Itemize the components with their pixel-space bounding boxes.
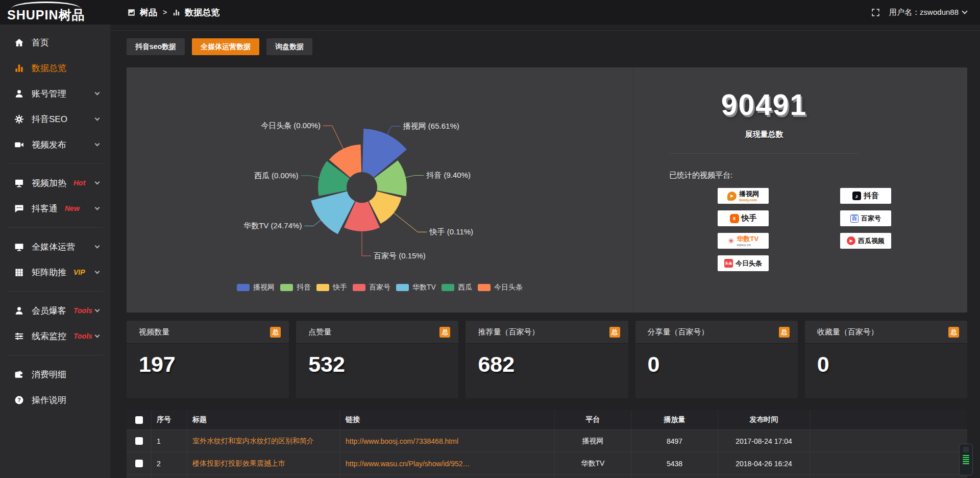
total-badge[interactable]: 总 <box>948 327 959 338</box>
tools-badge: Tools <box>74 306 92 315</box>
column-header-link: 链接 <box>340 410 554 429</box>
breadcrumb-separator: > <box>163 8 167 16</box>
stat-card-title: 点赞量 <box>308 327 331 337</box>
platform-badge-toutiao: 头条 今日头条 <box>718 255 769 271</box>
stat-card-title: 视频数量 <box>139 327 169 337</box>
chevron-down-icon <box>95 141 100 147</box>
legend-item[interactable]: 播视网 <box>237 283 275 292</box>
pie-label-line <box>301 176 321 178</box>
video-title-link[interactable]: 楼体投影灯投影效果震撼上市 <box>187 452 340 474</box>
tab-inquiry-data[interactable]: 询盘数据 <box>266 38 312 55</box>
pie-label-line <box>387 126 401 136</box>
legend-item[interactable]: 华数TV <box>396 283 436 292</box>
tab-omnimedia-data[interactable]: 全媒体运营数据 <box>192 38 259 55</box>
breadcrumb: 树品 > 数据总览 <box>128 7 219 18</box>
sidebar-item-label: 全媒体运营 <box>32 241 75 253</box>
sidebar-item-help[interactable]: ? 操作说明 <box>0 392 110 408</box>
chevron-down-icon <box>95 90 100 95</box>
sidebar-item-label: 视频加热 <box>32 177 66 189</box>
breadcrumb-current[interactable]: 数据总览 <box>185 7 219 18</box>
main-content: 抖音seo数据 全媒体运营数据 询盘数据 播视网 (65.61%)抖音 (9.4… <box>110 25 980 478</box>
total-badge[interactable]: 总 <box>609 327 620 338</box>
sidebar-item-douyin-seo[interactable]: 抖音SEO <box>0 111 110 127</box>
total-badge[interactable]: 总 <box>270 327 281 338</box>
select-all-checkbox[interactable] <box>135 416 143 424</box>
column-header-title: 标题 <box>187 410 340 429</box>
row-checkbox[interactable] <box>135 437 143 445</box>
legend-item[interactable]: 百家号 <box>353 283 390 292</box>
stat-card-favorites: 收藏量（百家号）总 0 <box>805 321 967 398</box>
stat-card-title: 推荐量（百家号） <box>478 327 539 337</box>
user-menu[interactable]: 用户名：zswodun88 <box>889 8 967 17</box>
svg-text:?: ? <box>17 397 21 403</box>
sidebar-item-member-burst[interactable]: 会员爆客 Tools <box>0 303 110 318</box>
table-row: 2 楼体投影灯投影效果震撼上市 http://www.wasu.cn/Play/… <box>127 452 967 474</box>
platform-badge-douyin: ♪ 抖音 <box>840 188 891 204</box>
pie-label-line <box>362 230 371 256</box>
video-url-link[interactable]: http://www.wasu.cn/Play/show/id/952… <box>340 452 554 474</box>
sidebar-item-spending-detail[interactable]: 消费明细 <box>0 367 110 382</box>
legend-swatch <box>316 284 329 291</box>
legend-item[interactable]: 西瓜 <box>442 283 472 292</box>
stat-card-value: 682 <box>465 344 628 377</box>
row-platform: 华数TV <box>554 452 631 474</box>
member-icon <box>14 306 24 316</box>
floating-scroll-widget[interactable] <box>959 444 973 475</box>
sidebar-item-omnimedia[interactable]: 全媒体运营 <box>0 239 110 254</box>
data-tabs: 抖音seo数据 全媒体运营数据 询盘数据 <box>127 38 312 55</box>
pie-label-line <box>404 175 424 178</box>
platform-name: 今日头条 <box>736 259 762 268</box>
legend-item[interactable]: 抖音 <box>280 283 311 292</box>
table-header-row: 序号 标题 链接 平台 播放量 发布时间 <box>127 410 967 429</box>
stat-cards: 视频数量总 197 点赞量总 532 推荐量（百家号）总 682 分享量（百家号… <box>127 321 967 398</box>
sidebar-item-label: 数据总览 <box>32 62 66 74</box>
xigua-logo-icon: ▶ <box>847 236 855 245</box>
sidebar-item-video-heating[interactable]: 视频加热 Hot <box>0 175 110 190</box>
sidebar-item-doketong[interactable]: 抖客通 New <box>0 201 110 216</box>
sidebar-divider <box>7 355 103 355</box>
chevron-down-icon <box>95 307 100 313</box>
sidebar: 首页 数据总览 账号管理 抖音SEO 视频发布 <box>0 25 110 478</box>
sidebar-item-clue-monitor[interactable]: 线索监控 Tools <box>0 328 110 344</box>
sidebar-item-video-publish[interactable]: 视频发布 <box>0 137 110 152</box>
sidebar-item-accounts[interactable]: 账号管理 <box>0 86 110 101</box>
help-icon: ? <box>14 395 24 405</box>
platform-name: 快手 <box>742 213 757 223</box>
sidebar-item-label: 矩阵助推 <box>32 267 66 278</box>
platform-badge-xigua: ▶ 西瓜视频 <box>840 233 891 249</box>
column-header-platform: 平台 <box>554 410 631 429</box>
video-url-link[interactable]: http://www.boosj.com/7338468.html <box>340 430 554 452</box>
row-index: 2 <box>151 452 187 474</box>
column-header-plays: 播放量 <box>631 410 718 429</box>
legend-swatch <box>478 284 491 291</box>
summary-panel: 90491 展现量总数 已统计的视频平台: ▶ 播视网boosj.com ♪ 抖… <box>633 67 967 313</box>
tab-douyin-seo-data[interactable]: 抖音seo数据 <box>127 38 185 55</box>
screen-icon <box>14 178 24 188</box>
row-checkbox[interactable] <box>135 460 143 467</box>
rose-chart-area: 播视网 (65.61%)抖音 (9.40%)快手 (0.11%)百家号 (0.1… <box>127 67 633 313</box>
breadcrumb-root[interactable]: 树品 <box>140 7 157 18</box>
legend-label: 华数TV <box>412 283 436 292</box>
pie-label-line <box>323 126 344 150</box>
video-title-link[interactable]: 室外水纹灯和室内水纹灯的区别和简介 <box>187 430 340 452</box>
legend-swatch <box>280 284 293 291</box>
sidebar-item-matrix-boost[interactable]: 矩阵助推 VIP <box>0 265 110 280</box>
kuaishou-logo-icon: 8 <box>730 214 739 223</box>
chevron-down-icon <box>95 180 100 185</box>
stat-card-shares: 分享量（百家号）总 0 <box>635 321 798 398</box>
column-header-time: 发布时间 <box>718 410 810 429</box>
stat-card-value: 197 <box>127 344 289 377</box>
table-row <box>127 474 967 478</box>
total-badge[interactable]: 总 <box>439 327 450 338</box>
legend-item[interactable]: 今日头条 <box>478 283 523 292</box>
user-icon <box>14 89 24 99</box>
total-badge[interactable]: 总 <box>779 327 790 338</box>
sidebar-item-home[interactable]: 首页 <box>0 35 110 50</box>
fullscreen-icon[interactable] <box>871 8 880 17</box>
sidebar-item-data-overview[interactable]: 数据总览 <box>0 60 110 76</box>
column-header-extra <box>810 410 967 429</box>
sidebar-item-label: 首页 <box>32 37 49 49</box>
videos-table: 序号 标题 链接 平台 播放量 发布时间 1 室外水纹灯和室内水纹灯的区别和简介… <box>127 410 967 478</box>
stat-card-value: 0 <box>635 344 798 377</box>
legend-item[interactable]: 快手 <box>316 283 347 292</box>
